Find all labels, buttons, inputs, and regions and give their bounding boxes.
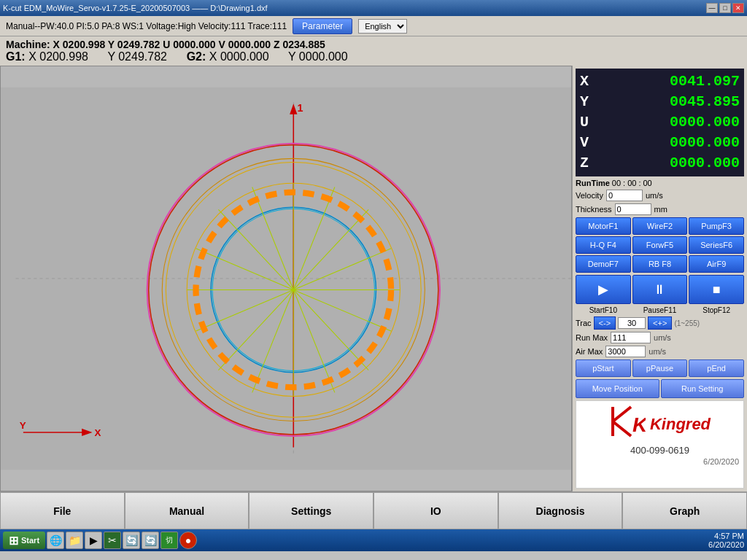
close-button[interactable]: ✕: [732, 3, 744, 13]
trace-label: Trac: [576, 319, 592, 327]
func-button-8[interactable]: RB F8: [632, 255, 688, 273]
air-max-row: Air Max um/s: [576, 346, 744, 357]
readout-u-label: U: [580, 112, 595, 133]
move-setting-buttons: Move PositionRun Setting: [576, 379, 744, 398]
g1-label: G1:: [6, 50, 26, 63]
taskbar-icon-ie[interactable]: 🌐: [47, 532, 64, 549]
xy-readout: X 0041.097 Y 0045.895 U 0000.000 V 0000.…: [576, 69, 744, 176]
func-button-1[interactable]: MotorF1: [576, 217, 631, 235]
machine-x-label: X: [53, 39, 60, 50]
language-select[interactable]: English: [358, 19, 407, 34]
machine-u-value: 0000.000: [173, 39, 215, 50]
g2-x-value: 0000.000: [220, 50, 269, 63]
machine-v-label: V: [218, 39, 225, 50]
g1g2-coords: G1: X 0200.998 Y 0249.782 G2: X 0000.000…: [6, 50, 741, 63]
velocity-unit: um/s: [646, 191, 663, 200]
bottom-button-diagnosis[interactable]: Diagnosis: [498, 493, 623, 529]
minimize-button[interactable]: —: [706, 3, 718, 13]
readout-y-value: 0045.895: [670, 92, 740, 112]
start-play-button[interactable]: ▶: [576, 275, 631, 304]
thickness-input[interactable]: [615, 203, 651, 215]
func-button-9[interactable]: AirF9: [689, 255, 744, 273]
machine-coords: Machine: X 0200.998 Y 0249.782 U 0000.00…: [6, 39, 741, 50]
taskbar-icon-app1[interactable]: ✂: [104, 532, 121, 549]
titlebar-controls: — □ ✕: [706, 3, 744, 13]
velocity-label: Velocity: [576, 191, 603, 200]
thickness-row: Thickness mm: [576, 203, 744, 215]
func-button-4[interactable]: H-Q F4: [576, 236, 631, 254]
taskbar-icon-folder[interactable]: 📁: [66, 532, 83, 549]
readout-y-label: Y: [580, 92, 595, 112]
machine-x-value: 0200.998: [63, 39, 105, 50]
move-setting-button-1[interactable]: Move Position: [576, 379, 659, 398]
readout-z-value: 0000.000: [670, 153, 740, 174]
func-buttons: MotorF1WireF2PumpF3H-Q F4ForwF5SeriesF6D…: [576, 217, 744, 273]
thickness-unit: mm: [654, 205, 667, 214]
windows-start-button[interactable]: ⊞ Start: [3, 532, 45, 549]
stop-label: StopF12: [689, 306, 744, 314]
runtime-label: RunTime: [576, 179, 610, 187]
func-button-2[interactable]: WireF2: [632, 217, 688, 235]
logo-kingred-text: Kingred: [650, 415, 711, 434]
bottom-button-io[interactable]: IO: [374, 493, 498, 529]
readout-x-label: X: [580, 71, 595, 92]
readout-z-label: Z: [580, 153, 595, 174]
stop-button[interactable]: ■: [689, 275, 744, 304]
taskbar-icon-media[interactable]: ▶: [85, 532, 102, 549]
runtime-m: 00: [627, 179, 636, 187]
trace-input[interactable]: [618, 317, 646, 329]
func-button-7[interactable]: DemoF7: [576, 255, 631, 273]
pause-label: PauseF11: [632, 306, 688, 314]
bottom-buttons: FileManualSettingsIODiagnosisGraph: [0, 491, 747, 529]
func-button-6[interactable]: SeriesF6: [689, 236, 744, 254]
titlebar-title: K-cut EDM_MoWire_Servo-v1.7.25-E_2020050…: [3, 4, 268, 12]
g2-y-value: 0000.000: [299, 50, 348, 63]
run-max-unit: um/s: [654, 333, 671, 342]
g2-y-label: Y: [288, 50, 295, 63]
taskbar-icon-app2[interactable]: 🔄: [123, 532, 140, 549]
status-text: Manual--PW:40.0 PI:5.0 PA:8 WS:1 Voltage…: [6, 21, 287, 31]
machine-y-value: 0249.782: [117, 39, 160, 50]
runtime-sep2: :: [638, 179, 640, 187]
canvas-area: 1 X Y: [0, 66, 572, 491]
logo-graphic: K Kingred: [609, 405, 711, 443]
velocity-input[interactable]: [606, 190, 643, 201]
taskbar: ⊞ Start 🌐 📁 ▶ ✂ 🔄 🔄 切 ● 4:57 PM 6/20/202…: [0, 529, 747, 551]
machine-v-value: 0000.000: [228, 39, 271, 50]
func-button-5[interactable]: ForwF5: [632, 236, 688, 254]
drawing-svg: 1 X Y: [1, 66, 571, 491]
bottom-button-file[interactable]: File: [0, 493, 125, 529]
bottom-button-settings[interactable]: Settings: [249, 493, 374, 529]
trace-decrease-button[interactable]: <->: [594, 316, 616, 330]
action-button-3[interactable]: pEnd: [689, 359, 744, 377]
move-setting-button-2[interactable]: Run Setting: [661, 379, 745, 398]
pause-button[interactable]: ⏸: [632, 275, 688, 304]
air-max-unit: um/s: [649, 347, 666, 356]
velocity-row: Velocity um/s: [576, 190, 744, 201]
func-button-3[interactable]: PumpF3: [689, 217, 744, 235]
taskbar-date-value: 6/20/2020: [708, 540, 744, 549]
svg-text:Y: Y: [20, 420, 26, 431]
transport-buttons: ▶ ⏸ ■: [576, 275, 744, 304]
run-max-input[interactable]: [611, 332, 651, 343]
trace-increase-button[interactable]: <+>: [648, 316, 672, 330]
taskbar-icon-red-circle[interactable]: ●: [179, 532, 197, 549]
logo-date: 6/20/2020: [703, 457, 739, 466]
readout-x-value: 0041.097: [670, 71, 740, 92]
thickness-label: Thickness: [576, 205, 612, 214]
logo-area: K Kingred 400-099-0619 6/20/2020: [576, 400, 744, 489]
parameter-button[interactable]: Parameter: [293, 18, 352, 34]
machine-u-label: U: [163, 39, 170, 50]
g2-label: G2:: [187, 50, 206, 63]
maximize-button[interactable]: □: [719, 3, 731, 13]
bottom-button-manual[interactable]: Manual: [125, 493, 249, 529]
bottom-button-graph[interactable]: Graph: [622, 493, 747, 529]
g1-x-label: X: [28, 50, 36, 63]
taskbar-icon-app3[interactable]: 🔄: [142, 532, 159, 549]
machine-label: Machine:: [6, 39, 50, 50]
air-max-input[interactable]: [605, 346, 646, 357]
g1-x-value: 0200.998: [39, 50, 88, 63]
action-button-2[interactable]: pPause: [632, 359, 688, 377]
taskbar-icon-green[interactable]: 切: [160, 532, 178, 549]
action-button-1[interactable]: pStart: [576, 359, 631, 377]
